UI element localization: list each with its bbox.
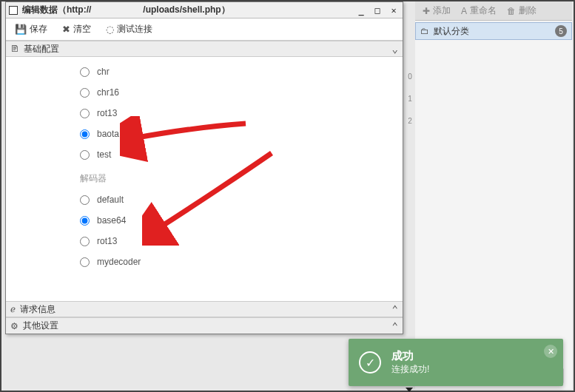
window-controls: _ □ ✕ <box>355 5 400 16</box>
app-root: ✚添加 A重命名 🗑删除 🗀 默认分类 5 0 1 2 编辑数据（http://… <box>0 0 575 392</box>
category-label: 默认分类 <box>434 25 469 38</box>
window-icon <box>9 6 18 15</box>
section-basic-label: 基础配置 <box>24 43 59 55</box>
encoder-radio-chr16[interactable] <box>80 88 90 98</box>
encoder-label-test: test <box>97 149 111 160</box>
encoder-option-baota[interactable]: baota <box>80 124 403 144</box>
encoder-option-chr[interactable]: chr <box>80 61 403 82</box>
minimize-button[interactable]: _ <box>355 5 367 16</box>
rename-category-button[interactable]: A重命名 <box>457 3 501 18</box>
ruler: 0 1 2 <box>406 65 414 132</box>
save-button[interactable]: 💾保存 <box>10 20 52 38</box>
section-other-settings[interactable]: ⚙ 其他设置 ⌃ <box>6 317 403 334</box>
trash-icon: 🗑 <box>507 6 516 16</box>
gear-icon: ⚙ <box>10 321 19 331</box>
section-other-label: 其他设置 <box>23 320 58 332</box>
test-connection-button[interactable]: ◌测试连接 <box>101 20 157 38</box>
encoder-radio-test[interactable] <box>80 150 90 160</box>
decoder-option-rot13[interactable]: rot13 <box>80 231 403 251</box>
config-icon: 🖹 <box>10 44 19 54</box>
clear-icon: ✖ <box>62 24 70 35</box>
encoder-radio-chr[interactable] <box>80 67 90 77</box>
decoder-radio-mydecoder[interactable] <box>80 257 90 267</box>
save-icon: 💾 <box>15 24 27 35</box>
toast-close-button[interactable]: ✕ <box>544 345 557 358</box>
rename-icon: A <box>461 6 467 16</box>
section-request-label: 请求信息 <box>20 303 56 316</box>
decoder-radio-default[interactable] <box>80 195 90 205</box>
maximize-button[interactable]: □ <box>371 5 383 16</box>
folder-icon: 🗀 <box>420 26 429 36</box>
ruler-arrow-icon <box>406 388 413 392</box>
spinner-icon: ◌ <box>106 24 114 35</box>
dialog-toolbar: 💾保存 ✖清空 ◌测试连接 <box>6 18 403 41</box>
clear-label: 清空 <box>73 23 91 36</box>
dialog-titlebar[interactable]: 编辑数据（http:// /uploads/shell.php） _ □ ✕ <box>6 2 403 18</box>
decoder-label-mydecoder: mydecoder <box>97 257 141 267</box>
chevron-down-icon: ⌄ <box>392 43 398 55</box>
delete-label: 删除 <box>519 4 537 17</box>
chevron-up-icon: ⌃ <box>392 320 398 332</box>
encoder-option-test[interactable]: test <box>80 144 403 165</box>
decoder-radio-base64[interactable] <box>80 216 90 226</box>
test-label: 测试连接 <box>117 23 152 36</box>
encoder-option-rot13[interactable]: rot13 <box>80 103 403 124</box>
title-path: /uploads/shell.php） <box>143 4 229 16</box>
decoder-group-label: 解码器 <box>80 172 403 185</box>
globe-icon: ℯ <box>10 304 16 314</box>
title-prefix: 编辑数据（http:// <box>22 4 91 16</box>
decoder-label-base64: base64 <box>97 215 126 226</box>
clear-button[interactable]: ✖清空 <box>58 20 95 38</box>
delete-category-button[interactable]: 🗑删除 <box>502 3 541 18</box>
toast-message: 连接成功! <box>391 363 429 376</box>
options-scroll[interactable]: chrchr16rot13baotatest 解码器 defaultbase64… <box>6 57 403 301</box>
close-button[interactable]: ✕ <box>388 5 400 16</box>
section-request-info[interactable]: ℯ 请求信息 ⌃ <box>6 301 403 317</box>
check-icon: ✓ <box>359 351 381 374</box>
rename-label: 重命名 <box>470 4 497 17</box>
add-label: 添加 <box>433 4 451 17</box>
encoder-label-baota: baota <box>97 129 119 139</box>
category-row-default[interactable]: 🗀 默认分类 5 <box>415 22 572 40</box>
category-count-badge: 5 <box>555 25 567 37</box>
encoder-label-chr16: chr16 <box>97 87 119 98</box>
decoder-option-mydecoder[interactable]: mydecoder <box>80 251 403 272</box>
decoder-option-default[interactable]: default <box>80 189 403 210</box>
category-toolbar: ✚添加 A重命名 🗑删除 <box>415 1 572 21</box>
toast-success: ✓ 成功 连接成功! ✕ <box>349 339 563 386</box>
decoder-label-default: default <box>97 195 124 205</box>
plus-icon: ✚ <box>423 6 430 16</box>
decoder-radio-rot13[interactable] <box>80 237 90 246</box>
chevron-up-icon: ⌃ <box>392 303 398 315</box>
encoder-label-chr: chr <box>97 67 110 77</box>
category-panel: ✚添加 A重命名 🗑删除 🗀 默认分类 5 <box>415 1 572 389</box>
decoder-option-base64[interactable]: base64 <box>80 210 403 231</box>
toast-title: 成功 <box>391 349 429 363</box>
edit-data-dialog: 编辑数据（http:// /uploads/shell.php） _ □ ✕ 💾… <box>5 1 403 334</box>
encoder-radio-baota[interactable] <box>80 129 90 139</box>
encoder-label-rot13: rot13 <box>97 108 117 118</box>
add-category-button[interactable]: ✚添加 <box>418 3 455 18</box>
encoder-radio-rot13[interactable] <box>80 109 90 118</box>
encoder-option-chr16[interactable]: chr16 <box>80 82 403 103</box>
decoder-label-rot13: rot13 <box>97 236 117 246</box>
section-basic-config[interactable]: 🖹 基础配置 ⌄ <box>6 41 403 57</box>
section-basic-body: chrchr16rot13baotatest 解码器 defaultbase64… <box>6 57 403 301</box>
save-label: 保存 <box>30 23 47 36</box>
